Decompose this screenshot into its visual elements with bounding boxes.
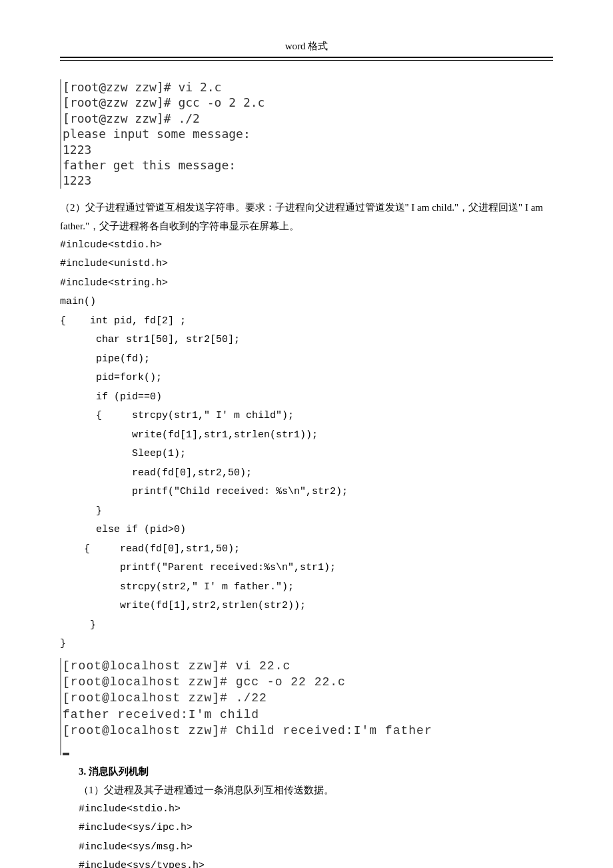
- terminal-line: please input some message:: [63, 126, 553, 141]
- terminal-line: [root@zzw zzw]# vi 2.c: [63, 79, 553, 95]
- code-line: main(): [60, 293, 553, 312]
- terminal-line: 1223: [63, 142, 553, 157]
- code-line: pid=fork();: [60, 369, 553, 388]
- terminal-output-1: [root@zzw zzw]# vi 2.c [root@zzw zzw]# g…: [60, 79, 553, 189]
- terminal-line: 1223: [63, 173, 553, 188]
- code-line: Sleep(1);: [60, 445, 553, 464]
- code-line: #include<stdio.h>: [79, 800, 553, 819]
- code-line: read(fd[0],str2,50);: [60, 464, 553, 483]
- section-label: 消息队列机制: [86, 766, 149, 777]
- code-line: pipe(fd);: [60, 350, 553, 369]
- terminal-output-2: [root@localhost zzw]# vi 22.c [root@loca…: [60, 658, 553, 755]
- header-rule: [60, 57, 553, 61]
- page-header-title: word 格式: [60, 40, 553, 53]
- terminal-line: father get this message:: [63, 157, 553, 173]
- code-line: write(fd[1],str1,strlen(str1));: [60, 426, 553, 445]
- section-number: 3.: [79, 766, 86, 777]
- section-3-heading: 3. 消息队列机制: [60, 762, 553, 781]
- terminal-line: [root@zzw zzw]# ./2: [63, 111, 553, 126]
- code-line: write(fd[1],str2,strlen(str2));: [60, 597, 553, 616]
- code-line: if (pid==0): [60, 388, 553, 407]
- code-line: #include<sys/msg.h>: [79, 838, 553, 857]
- code-line: #include<string.h>: [60, 274, 553, 293]
- terminal-line: [root@localhost zzw]# gcc -o 22 22.c: [63, 674, 553, 690]
- terminal-line: [root@localhost zzw]# Child received:I'm…: [63, 723, 553, 739]
- terminal-line: father received:I'm child: [63, 707, 553, 723]
- code-line: }: [60, 635, 553, 654]
- section-3-item-1: （1）父进程及其子进程通过一条消息队列互相传送数据。: [60, 781, 553, 800]
- code-line: #include<sys/ipc.h>: [79, 819, 553, 838]
- terminal-line: [root@localhost zzw]# ./22: [63, 690, 553, 706]
- code-block-1: #inlcude<stdio.h> #include<unistd.h> #in…: [60, 236, 553, 654]
- code-line: }: [60, 502, 553, 521]
- code-line: }: [60, 616, 553, 635]
- code-line: #include<unistd.h>: [60, 255, 553, 274]
- code-line: printf("Parent received:%s\n",str1);: [60, 559, 553, 578]
- code-line: printf("Child received: %s\n",str2);: [60, 483, 553, 502]
- document-page: word 格式 [root@zzw zzw]# vi 2.c [root@zzw…: [0, 0, 613, 868]
- terminal-line: [root@localhost zzw]# vi 22.c: [63, 658, 553, 674]
- exercise-2-description: （2）父子进程通过管道互相发送字符串。要求：子进程向父进程通过管道发送" I a…: [60, 198, 553, 236]
- terminal-cursor: [63, 739, 553, 755]
- code-line: #include<sys/types.h>: [79, 857, 553, 868]
- code-line: else if (pid>0): [60, 521, 553, 540]
- code-line: { strcpy(str1," I' m child");: [60, 407, 553, 426]
- code-line: char str1[50], str2[50];: [60, 331, 553, 350]
- terminal-line: [root@zzw zzw]# gcc -o 2 2.c: [63, 95, 553, 110]
- code-line: { int pid, fd[2] ;: [60, 312, 553, 331]
- code-block-2: #include<stdio.h> #include<sys/ipc.h> #i…: [60, 800, 553, 868]
- code-line: { read(fd[0],str1,50);: [60, 540, 553, 559]
- code-line: strcpy(str2," I' m father.");: [60, 578, 553, 597]
- code-line: #inlcude<stdio.h>: [60, 236, 553, 255]
